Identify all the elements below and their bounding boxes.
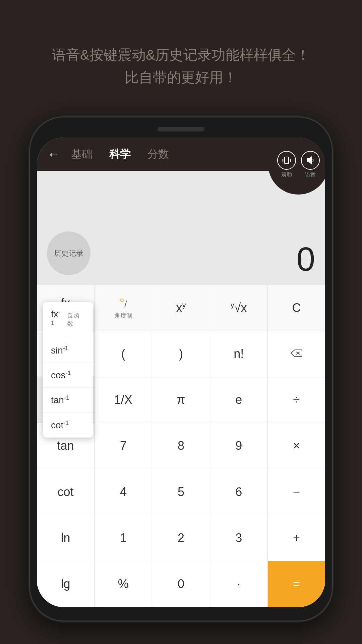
svg-rect-0 bbox=[285, 157, 289, 164]
promo-line1: 语音&按键震动&历史记录功能样样俱全！ bbox=[20, 44, 342, 66]
voice-icon bbox=[301, 151, 320, 170]
popup-item-cot-inv[interactable]: cot-1 bbox=[43, 413, 93, 438]
key-pi[interactable]: π bbox=[152, 377, 210, 423]
key-rparen[interactable]: ) bbox=[152, 331, 210, 377]
voice-label: 语音 bbox=[305, 171, 316, 178]
key-3[interactable]: 3 bbox=[210, 515, 268, 561]
key-euler[interactable]: e bbox=[210, 377, 268, 423]
tab-science[interactable]: 科学 bbox=[109, 147, 131, 162]
key-lparen[interactable]: ( bbox=[95, 331, 152, 377]
nav-bar: ← 基础 科学 分数 震动 bbox=[37, 138, 325, 171]
key-root[interactable]: y√x bbox=[210, 285, 268, 331]
promo-text: 语音&按键震动&历史记录功能样样俱全！ 比自带的更好用！ bbox=[0, 44, 362, 89]
key-4[interactable]: 4 bbox=[95, 469, 152, 515]
key-clear[interactable]: C bbox=[268, 285, 325, 331]
key-6[interactable]: 6 bbox=[210, 469, 268, 515]
key-0[interactable]: 0 bbox=[152, 561, 210, 607]
key-lg[interactable]: lg bbox=[37, 561, 95, 607]
svg-marker-3 bbox=[307, 157, 312, 164]
key-5[interactable]: 5 bbox=[152, 469, 210, 515]
key-equals[interactable]: = bbox=[268, 561, 325, 607]
popup-item-tan-inv[interactable]: tan-1 bbox=[43, 388, 93, 413]
popup-item-fx-inv[interactable]: fx-1 反函数 bbox=[43, 302, 93, 338]
key-2[interactable]: 2 bbox=[152, 515, 210, 561]
key-row-6: lg % 0 · = bbox=[37, 561, 325, 607]
back-button[interactable]: ← bbox=[47, 146, 61, 162]
tab-basic[interactable]: 基础 bbox=[71, 147, 93, 162]
key-plus[interactable]: + bbox=[268, 515, 325, 561]
vibrate-icon bbox=[277, 151, 296, 170]
key-backspace[interactable] bbox=[268, 331, 325, 377]
key-1[interactable]: 1 bbox=[95, 515, 152, 561]
key-7[interactable]: 7 bbox=[95, 423, 152, 469]
phone-screen: ← 基础 科学 分数 震动 bbox=[37, 138, 325, 607]
vibrate-label: 震动 bbox=[281, 171, 292, 178]
key-dot[interactable]: · bbox=[210, 561, 268, 607]
history-button[interactable]: 历史记录 bbox=[47, 231, 90, 275]
popup-menu: fx-1 反函数 sin-1 cos-1 tan-1 cot-1 bbox=[43, 302, 93, 438]
popup-item-cos-inv[interactable]: cos-1 bbox=[43, 363, 93, 388]
key-9[interactable]: 9 bbox=[210, 423, 268, 469]
vibrate-icon-btn[interactable]: 震动 bbox=[277, 151, 296, 178]
key-angle[interactable]: °/ 角度制 bbox=[95, 285, 152, 331]
voice-icon-btn[interactable]: 语音 bbox=[301, 151, 320, 178]
key-percent[interactable]: % bbox=[95, 561, 152, 607]
popup-item-sin-inv[interactable]: sin-1 bbox=[43, 338, 93, 363]
tab-fraction[interactable]: 分数 bbox=[147, 147, 169, 162]
key-minus[interactable]: − bbox=[268, 469, 325, 515]
phone-speaker bbox=[158, 127, 204, 131]
key-reciprocal[interactable]: 1/X bbox=[95, 377, 152, 423]
key-multiply[interactable]: × bbox=[268, 423, 325, 469]
key-8[interactable]: 8 bbox=[152, 423, 210, 469]
promo-line2: 比自带的更好用！ bbox=[20, 66, 342, 89]
key-cot[interactable]: cot bbox=[37, 469, 95, 515]
key-ln[interactable]: ln bbox=[37, 515, 95, 561]
key-power[interactable]: xy bbox=[152, 285, 210, 331]
phone-frame: ← 基础 科学 分数 震动 bbox=[30, 117, 332, 621]
key-factorial[interactable]: n! bbox=[210, 331, 268, 377]
key-row-4: cot 4 5 6 − bbox=[37, 469, 325, 515]
key-row-5: ln 1 2 3 + bbox=[37, 515, 325, 561]
key-divide[interactable]: ÷ bbox=[268, 377, 325, 423]
